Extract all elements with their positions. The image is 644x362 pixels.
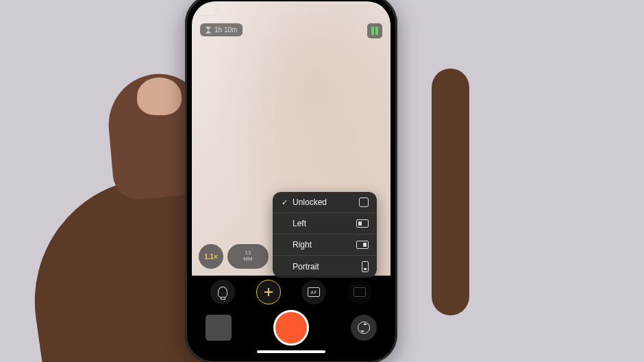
- zoom-value: 1.1×: [204, 253, 218, 261]
- flash-button[interactable]: [210, 280, 235, 304]
- recording-time-remaining-chip[interactable]: 1h 10m: [200, 23, 243, 36]
- finger: [432, 69, 469, 315]
- menu-label: Right: [293, 240, 312, 250]
- thumbnail-nail: [137, 77, 182, 115]
- lens-focal-length: 13MM: [243, 250, 252, 263]
- menu-label: Left: [293, 219, 306, 228]
- orientation-option-portrait[interactable]: ✓ Portrait: [273, 256, 377, 278]
- check-icon: ✓: [281, 198, 288, 207]
- af-icon: AF: [308, 287, 320, 297]
- bulb-icon: [218, 287, 227, 298]
- hourglass-icon: [206, 27, 211, 34]
- orientation-portrait-icon: [362, 261, 369, 272]
- menu-label: Portrait: [293, 262, 319, 272]
- orientation-lock-menu: ✓ Unlocked ✓ Left ✓ Right: [273, 192, 377, 278]
- battery-bar: [375, 27, 378, 35]
- orientation-left-icon: [356, 219, 369, 228]
- time-remaining-label: 1h 10m: [214, 26, 237, 34]
- menu-label: Unlocked: [293, 197, 327, 207]
- orientation-option-right[interactable]: ✓ Right: [273, 234, 377, 256]
- orientation-unlocked-icon: [359, 197, 369, 207]
- recording-format-label[interactable]: HEVC · HDR · 4K · 60 fps: [258, 7, 329, 13]
- orientation-option-left[interactable]: ✓ Left: [273, 213, 377, 234]
- home-indicator[interactable]: [257, 350, 325, 353]
- bottom-dock: [192, 304, 391, 357]
- record-button[interactable]: [273, 310, 309, 346]
- screen: HEVC · HDR · 4K · 60 fps 1h 10m 1.1× 13M…: [192, 1, 391, 357]
- switch-camera-icon: [358, 322, 370, 334]
- battery-indicator[interactable]: [367, 23, 382, 38]
- exposure-icon: [264, 288, 273, 296]
- tool-row: AF: [192, 280, 391, 304]
- switch-camera-button[interactable]: [351, 315, 377, 341]
- battery-bar: [371, 27, 374, 35]
- orientation-right-icon: [356, 241, 369, 249]
- format-switch-icon[interactable]: [199, 3, 216, 16]
- exposure-button[interactable]: [256, 280, 281, 304]
- top-bar: HEVC · HDR · 4K · 60 fps: [192, 1, 391, 18]
- lens-selector[interactable]: 13MM: [227, 244, 269, 269]
- phone-frame: HEVC · HDR · 4K · 60 fps 1h 10m 1.1× 13M…: [185, 0, 397, 362]
- last-clip-thumbnail[interactable]: [206, 315, 232, 341]
- rotate-icon: [354, 287, 366, 297]
- orientation-lock-button[interactable]: [347, 280, 372, 304]
- autofocus-button[interactable]: AF: [301, 280, 326, 304]
- orientation-option-unlocked[interactable]: ✓ Unlocked: [273, 192, 377, 213]
- zoom-button[interactable]: 1.1×: [199, 244, 223, 269]
- settings-gear-icon[interactable]: [371, 3, 384, 16]
